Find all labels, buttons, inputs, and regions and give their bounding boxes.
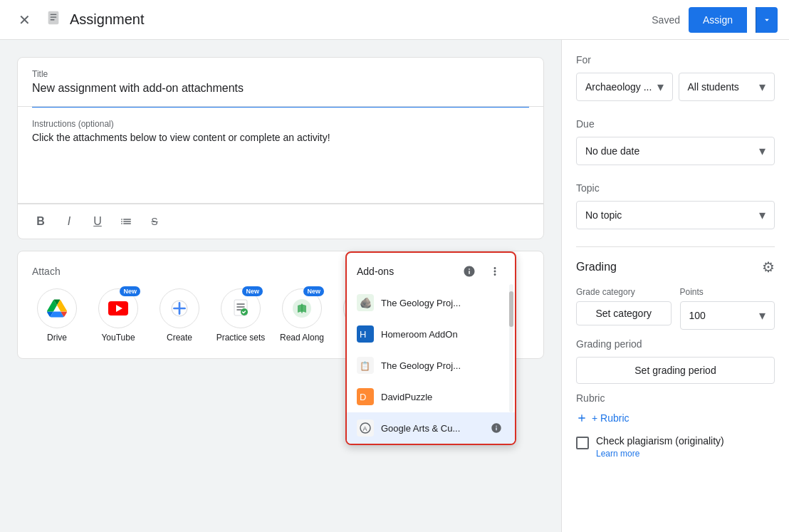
assign-dropdown-button[interactable]: [756, 7, 778, 33]
create-label: Create: [167, 333, 192, 344]
read-along-icon-wrap: New: [282, 288, 322, 328]
practice-sets-icon-wrap: New: [221, 288, 261, 328]
youtube-icon-wrap: New: [98, 288, 138, 328]
attach-card: Attach Drive: [17, 251, 544, 359]
add-rubric-button[interactable]: + Rubric: [576, 410, 629, 427]
title-input[interactable]: [32, 82, 529, 95]
divider: [576, 246, 775, 247]
addon-menu-button[interactable]: [485, 261, 505, 281]
addon-item-google-arts[interactable]: A Google Arts & Cu...: [347, 412, 515, 444]
students-value: All students: [688, 81, 739, 93]
title-label: Title: [32, 69, 529, 79]
strikethrough-button[interactable]: S: [143, 210, 166, 233]
underline-button[interactable]: U: [86, 210, 109, 233]
class-dropdown[interactable]: Archaeology ... ▾: [576, 73, 673, 101]
homeroom-icon: H: [357, 325, 374, 343]
list-button[interactable]: [115, 210, 137, 233]
attach-item-create[interactable]: Create: [155, 288, 204, 344]
plagiarism-checkbox[interactable]: [576, 437, 589, 449]
drive-label: Drive: [47, 333, 67, 344]
due-arrow-icon: ▾: [759, 143, 766, 159]
set-grading-period-button[interactable]: Set grading period: [576, 357, 775, 384]
attach-item-drive[interactable]: Drive: [32, 288, 82, 344]
due-value: No due date: [585, 145, 639, 157]
addon-item-geology2[interactable]: 📋 The Geology Proj...: [347, 350, 515, 381]
bold-button[interactable]: B: [29, 210, 52, 233]
attach-item-practice-sets[interactable]: New Practice sets: [216, 288, 266, 344]
students-arrow-icon: ▾: [759, 79, 766, 95]
plagiarism-text-wrap: Check plagiarism (originality) Learn mor…: [596, 435, 775, 459]
addon-header-icons: [459, 261, 505, 281]
svg-text:📋: 📋: [360, 360, 370, 371]
close-button[interactable]: ✕: [11, 7, 37, 33]
right-panel: For Archaeology ... ▾ All students ▾ Due…: [561, 40, 789, 532]
grading-title: Grading: [576, 261, 617, 273]
left-panel: Title Instructions (optional) Click the …: [0, 40, 561, 532]
text-toolbar: B I U S: [18, 204, 543, 239]
grading-header: Grading ⚙: [576, 259, 775, 276]
google-arts-icon: A: [357, 419, 374, 437]
top-bar-left: ✕ Assignment: [11, 7, 643, 33]
instructions-label: Instructions (optional): [32, 119, 529, 129]
addon-item-davidpuzzle[interactable]: D DavidPuzzle: [347, 381, 515, 412]
for-label: For: [576, 54, 775, 66]
for-dropdowns: Archaeology ... ▾ All students ▾: [576, 73, 775, 101]
geology1-name: The Geology Proj...: [381, 298, 505, 308]
points-label: Points: [680, 287, 775, 297]
topic-dropdown[interactable]: No topic ▾: [576, 201, 775, 229]
addon-item-homeroom[interactable]: H Homeroom AddOn: [347, 318, 515, 350]
main-layout: Title Instructions (optional) Click the …: [0, 40, 789, 532]
svg-text:A: A: [363, 425, 367, 432]
read-along-new-badge: New: [303, 286, 324, 296]
due-section: Due No due date ▾: [576, 118, 775, 165]
attach-item-youtube[interactable]: New YouTube: [93, 288, 143, 344]
addons-popup: Add-ons: [345, 251, 516, 445]
topic-label: Topic: [576, 182, 775, 194]
youtube-new-badge: New: [120, 286, 140, 296]
set-category-button[interactable]: Set category: [576, 301, 672, 325]
plagiarism-label: Check plagiarism (originality): [596, 435, 775, 447]
title-field: Title: [18, 58, 543, 107]
rubric-label: Rubric: [576, 392, 775, 404]
grade-category-label: Grade category: [576, 287, 672, 297]
grading-section: Grading ⚙ Grade category Set category Po…: [576, 259, 775, 459]
italic-button[interactable]: I: [58, 210, 80, 233]
points-arrow-icon: ▾: [759, 308, 766, 323]
plagiarism-row: Check plagiarism (originality) Learn mor…: [576, 435, 775, 459]
doc-icon: [46, 10, 61, 30]
assign-button[interactable]: Assign: [689, 7, 747, 33]
form-card: Title Instructions (optional) Click the …: [17, 57, 544, 239]
youtube-label: YouTube: [101, 333, 135, 344]
drive-icon-wrap: [37, 288, 77, 328]
read-along-label: Read Along: [280, 333, 324, 344]
google-arts-info-button[interactable]: [488, 419, 505, 437]
students-dropdown[interactable]: All students ▾: [679, 73, 775, 101]
topic-value: No topic: [585, 209, 622, 221]
svg-text:🪨: 🪨: [360, 297, 372, 309]
addons-title: Add-ons: [357, 266, 394, 277]
geology2-name: The Geology Proj...: [381, 360, 505, 371]
due-label: Due: [576, 118, 775, 130]
points-value: 100: [689, 310, 706, 321]
create-icon-wrap: [160, 288, 199, 328]
google-arts-name: Google Arts & Cu...: [381, 423, 481, 434]
addon-item-geology1[interactable]: 🪨 The Geology Proj...: [347, 287, 515, 318]
due-dropdown[interactable]: No due date ▾: [576, 137, 775, 165]
geology1-icon: 🪨: [357, 294, 374, 311]
points-dropdown[interactable]: 100 ▾: [680, 301, 775, 330]
grading-gear-icon[interactable]: ⚙: [762, 259, 775, 276]
learn-more-link[interactable]: Learn more: [596, 449, 639, 459]
instructions-field: Instructions (optional) Click the attach…: [18, 108, 543, 204]
practice-sets-label: Practice sets: [216, 333, 266, 344]
topic-arrow-icon: ▾: [759, 207, 766, 223]
svg-text:H: H: [360, 329, 366, 340]
instructions-input[interactable]: Click the attachments below to view cont…: [32, 132, 529, 189]
addons-header: Add-ons: [347, 253, 515, 287]
geology2-icon: 📋: [357, 357, 374, 374]
attach-item-read-along[interactable]: New Read Along: [277, 288, 327, 344]
addon-scrollbar[interactable]: [509, 284, 513, 412]
addon-info-button[interactable]: [459, 261, 479, 281]
rubric-section: Rubric + Rubric: [576, 392, 775, 427]
practice-new-badge: New: [242, 286, 263, 296]
addon-list: 🪨 The Geology Proj... H: [347, 287, 515, 444]
